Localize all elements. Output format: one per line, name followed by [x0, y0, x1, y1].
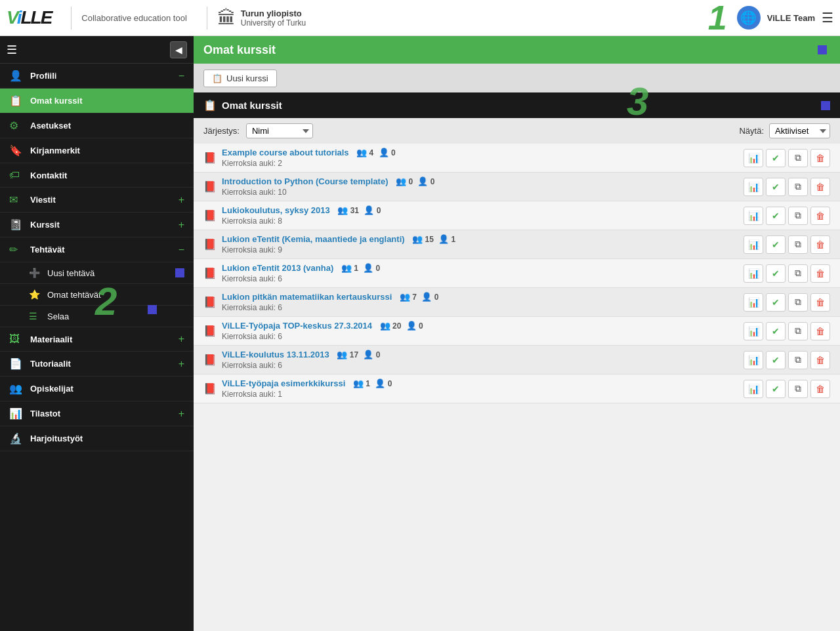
content-page-title: Omat kurssit — [203, 43, 818, 57]
copy-button[interactable]: ⧉ — [788, 235, 808, 254]
sidebar-item-tutoriaalit[interactable]: 📄 Tutoriaalit + — [0, 352, 194, 377]
copy-button[interactable]: ⧉ — [788, 322, 808, 340]
sidebar-item-kontaktit[interactable]: 🏷 Kontaktit — [0, 163, 194, 188]
course-list-header: 📋 Omat kurssit — [194, 92, 840, 118]
sort-select[interactable]: Nimi Päivämäärä Osallistujat — [246, 123, 313, 138]
new-course-icon: 📋 — [212, 73, 222, 83]
chart-button[interactable]: 📊 — [744, 207, 763, 225]
check-button[interactable]: ✔ — [766, 380, 786, 398]
content-header: Omat kurssit — [194, 36, 840, 64]
course-icon: 📕 — [203, 238, 217, 251]
sidebar-item-viestit[interactable]: ✉ Viestit + — [0, 188, 194, 213]
profiili-action: − — [178, 70, 184, 82]
course-actions: 📊 ✔ ⧉ 🗑 — [744, 207, 830, 225]
delete-button[interactable]: 🗑 — [810, 380, 830, 398]
course-name[interactable]: Lukion eTentit (Kemia, maantiede ja engl… — [222, 234, 738, 244]
course-meta: Kierroksia auki: 6 — [222, 361, 738, 370]
course-name[interactable]: ViLLE-Työpaja TOP-keskus 27.3.2014 👥 20 … — [222, 321, 738, 331]
new-course-button[interactable]: 📋 Uusi kurssi — [203, 70, 277, 87]
delete-button[interactable]: 🗑 — [810, 207, 830, 225]
viestit-icon: ✉ — [9, 193, 24, 206]
sidebar-sub-omat-tehtavat[interactable]: ⭐ Omat tehtävät — [0, 284, 194, 306]
check-button[interactable]: ✔ — [766, 351, 786, 369]
sidebar-item-kurssit[interactable]: 📓 Kurssit + — [0, 213, 194, 237]
copy-button[interactable]: ⧉ — [788, 293, 808, 312]
sidebar-item-kirjanmerkit[interactable]: 🔖 Kirjanmerkit — [0, 138, 194, 163]
delete-button[interactable]: 🗑 — [810, 322, 830, 340]
university-icon: 🏛 — [217, 7, 236, 29]
check-button[interactable]: ✔ — [766, 235, 786, 254]
check-button[interactable]: ✔ — [766, 293, 786, 312]
students-icon: 👤 — [379, 148, 389, 157]
copy-button[interactable]: ⧉ — [788, 264, 808, 283]
course-name[interactable]: ViLLE-koulutus 13.11.2013 👥 17 👤 0 — [222, 350, 738, 359]
delete-button[interactable]: 🗑 — [810, 178, 830, 196]
course-icon: 📕 — [203, 267, 217, 279]
sidebar-item-asetukset[interactable]: ⚙ Asetukset — [0, 113, 194, 138]
check-button[interactable]: ✔ — [766, 149, 786, 167]
sidebar-item-harjoitustyot[interactable]: 🔬 Harjoitustyöt — [0, 426, 194, 451]
chart-button[interactable]: 📊 — [744, 235, 763, 254]
check-button[interactable]: ✔ — [766, 322, 786, 340]
sidebar-item-materiaalit[interactable]: 🖼 Materiaalit + — [0, 327, 194, 352]
course-icon: 📕 — [203, 354, 217, 366]
groups-icon: 👥 — [341, 263, 352, 273]
course-name[interactable]: Lukion pitkän matematiikan kertauskurssi… — [222, 292, 738, 302]
chart-button[interactable]: 📊 — [744, 264, 763, 283]
course-name[interactable]: Example course about tutorials 👥 4 👤 0 — [222, 148, 738, 157]
check-button[interactable]: ✔ — [766, 264, 786, 283]
sidebar-item-profiili[interactable]: 👤 Profiili − — [0, 64, 194, 89]
copy-button[interactable]: ⧉ — [788, 380, 808, 398]
chart-button[interactable]: 📊 — [744, 351, 763, 369]
course-info: Lukion pitkän matematiikan kertauskurssi… — [222, 292, 738, 312]
sidebar-item-tehtavat[interactable]: ✏ Tehtävät − — [0, 237, 194, 262]
hamburger-sidebar-icon[interactable]: ☰ — [7, 43, 17, 57]
course-name[interactable]: Lukiokoulutus, syksy 2013 👥 31 👤 0 — [222, 205, 738, 215]
sidebar-label-kurssit: Kurssit — [30, 220, 178, 230]
copy-button[interactable]: ⧉ — [788, 178, 808, 196]
selaa-icon: ☰ — [29, 311, 42, 321]
students-icon: 👤 — [417, 176, 428, 186]
delete-button[interactable]: 🗑 — [810, 293, 830, 312]
course-meta: Kierroksia auki: 9 — [222, 245, 738, 254]
course-name[interactable]: Lukion eTentit 2013 (vanha) 👥 1 👤 0 — [222, 263, 738, 273]
kurssit-icon: 📓 — [9, 218, 24, 231]
table-row: 📕 Lukion eTentit (Kemia, maantiede ja en… — [194, 230, 840, 259]
delete-button[interactable]: 🗑 — [810, 149, 830, 167]
subtitle-text: Collaborative education tool — [81, 13, 186, 23]
sidebar-item-tilastot[interactable]: 📊 Tilastot + — [0, 401, 194, 426]
copy-button[interactable]: ⧉ — [788, 351, 808, 369]
check-button[interactable]: ✔ — [766, 178, 786, 196]
kontaktit-icon: 🏷 — [9, 169, 24, 181]
delete-button[interactable]: 🗑 — [810, 351, 830, 369]
sidebar-sub-label-selaa: Selaa — [47, 312, 184, 321]
copy-button[interactable]: ⧉ — [788, 207, 808, 225]
tutoriaalit-icon: 📄 — [9, 357, 24, 370]
delete-button[interactable]: 🗑 — [810, 264, 830, 283]
copy-button[interactable]: ⧉ — [788, 149, 808, 167]
groups-icon: 👥 — [400, 292, 410, 302]
course-list-header-square — [821, 101, 830, 110]
course-name[interactable]: ViLLE-työpaja esimerkkikurssi 👥 1 👤 0 — [222, 378, 738, 388]
table-row: 📕 ViLLE-koulutus 13.11.2013 👥 17 👤 0 Kie… — [194, 346, 840, 375]
chart-button[interactable]: 📊 — [744, 322, 763, 340]
table-row: 📕 ViLLE-Työpaja TOP-keskus 27.3.2014 👥 2… — [194, 317, 840, 346]
chart-button[interactable]: 📊 — [744, 149, 763, 167]
show-select[interactable]: Aktiiviset Kaikki Arkistoidut — [769, 123, 830, 138]
sidebar-item-opiskelijat[interactable]: 👥 Opiskelijat — [0, 377, 194, 401]
sidebar-sub-uusi-tehtava[interactable]: ➕ Uusi tehtävä — [0, 262, 194, 284]
sidebar-collapse-button[interactable]: ◀ — [170, 41, 187, 58]
content-area: Omat kurssit 📋 Uusi kurssi 3 📋 Omat kurs… — [194, 36, 840, 631]
hamburger-icon[interactable]: ☰ — [822, 10, 833, 26]
sidebar-item-omat-kurssit[interactable]: 📋 Omat kurssit — [0, 89, 194, 113]
uusi-tehtava-square — [175, 268, 184, 277]
course-name[interactable]: Introduction to Python (Course template)… — [222, 176, 738, 186]
delete-button[interactable]: 🗑 — [810, 235, 830, 254]
step1-number: 1 — [708, 1, 727, 35]
check-button[interactable]: ✔ — [766, 207, 786, 225]
chart-button[interactable]: 📊 — [744, 293, 763, 312]
groups-icon: 👥 — [337, 205, 348, 215]
chart-button[interactable]: 📊 — [744, 380, 763, 398]
sidebar-sub-selaa[interactable]: ☰ Selaa — [0, 306, 194, 327]
chart-button[interactable]: 📊 — [744, 178, 763, 196]
